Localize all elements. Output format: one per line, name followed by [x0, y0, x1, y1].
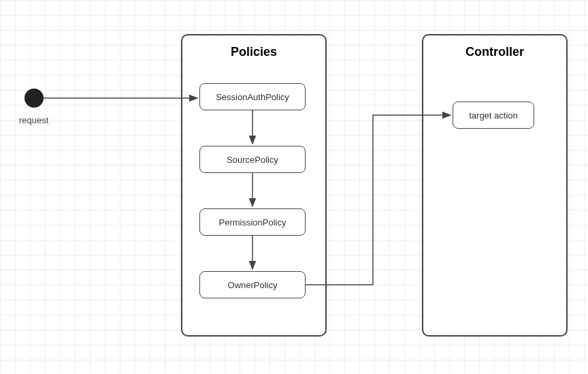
- policy-label: SourcePolicy: [227, 155, 278, 165]
- start-node: [24, 89, 44, 108]
- policy-permission: PermissionPolicy: [199, 208, 306, 236]
- policies-title: Policies: [182, 45, 325, 59]
- policy-owner: OwnerPolicy: [199, 271, 306, 298]
- policy-label: PermissionPolicy: [219, 217, 287, 228]
- controller-title: Controller: [423, 45, 566, 59]
- policy-label: OwnerPolicy: [228, 280, 278, 290]
- policy-source: SourcePolicy: [199, 146, 306, 173]
- controller-target-action: target action: [453, 102, 534, 129]
- target-action-label: target action: [469, 110, 518, 121]
- policy-label: SessionAuthPolicy: [216, 92, 289, 102]
- controller-container: Controller: [422, 34, 568, 337]
- start-label: request: [19, 115, 48, 125]
- policy-session-auth: SessionAuthPolicy: [199, 83, 306, 110]
